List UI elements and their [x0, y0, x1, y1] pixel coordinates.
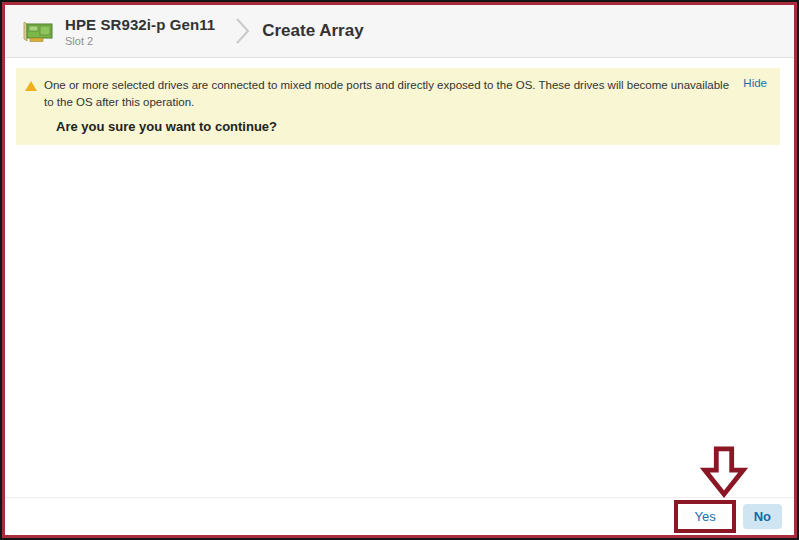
- page-title: Create Array: [262, 21, 363, 41]
- dialog-body: [5, 145, 794, 497]
- controller-tile[interactable]: HPE SR932i-p Gen11 Slot 2: [20, 16, 215, 47]
- confirm-question: Are you sure you want to continue?: [56, 119, 734, 134]
- hide-link[interactable]: Hide: [743, 77, 767, 89]
- yes-button[interactable]: Yes: [681, 506, 728, 527]
- down-arrow-annotation-icon: [700, 446, 748, 498]
- pci-card-icon: [20, 16, 56, 46]
- create-array-dialog: HPE SR932i-p Gen11 Slot 2 Create Array O…: [2, 2, 797, 538]
- chevron-right-icon: [235, 17, 250, 45]
- warning-banner: One or more selected drives are connecte…: [16, 68, 780, 145]
- no-button[interactable]: No: [743, 504, 782, 529]
- annotation-highlight-box: Yes: [674, 500, 735, 533]
- warning-triangle-icon: [25, 81, 37, 91]
- dialog-header: HPE SR932i-p Gen11 Slot 2 Create Array: [5, 5, 794, 58]
- controller-name: HPE SR932i-p Gen11: [65, 16, 215, 33]
- controller-text: HPE SR932i-p Gen11 Slot 2: [65, 16, 215, 47]
- screenshot-frame: HPE SR932i-p Gen11 Slot 2 Create Array O…: [0, 0, 799, 540]
- dialog-footer: Yes No: [5, 497, 794, 535]
- warning-message: One or more selected drives are connecte…: [44, 77, 734, 110]
- controller-slot: Slot 2: [65, 35, 215, 47]
